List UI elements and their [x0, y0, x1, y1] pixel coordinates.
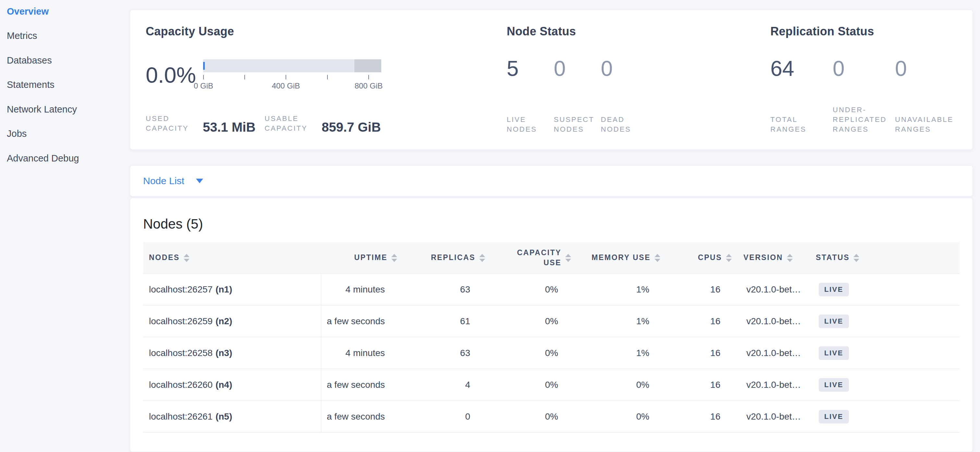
uptime-cell: a few seconds — [321, 305, 397, 337]
sidebar-item-databases[interactable]: Databases — [7, 56, 130, 65]
column-header-replicas[interactable]: REPLICAS — [397, 242, 485, 273]
replicas-cell: 63 — [397, 337, 485, 369]
cpus-cell: 16 — [660, 305, 732, 337]
capacity-bar — [203, 59, 381, 72]
node-address-cell: localhost:26258(n3) — [143, 337, 321, 369]
capacity-bar-chart: 0 GiB 400 GiB 800 GiB — [203, 59, 381, 90]
node-status-stats: 5 LIVE NODES 0 SUSPECT NODES 0 DEAD NODE… — [507, 58, 771, 134]
status-cell: LIVE — [808, 305, 959, 337]
status-cell: LIVE — [808, 401, 959, 432]
suspect-nodes-value: 0 — [554, 58, 601, 79]
table-row[interactable]: localhost:26257(n1) 4 minutes 63 0% 1% 1… — [143, 274, 959, 305]
capacity-use-cell: 0% — [485, 369, 571, 400]
sort-icon — [654, 254, 660, 262]
version-cell: v20.1.0-bet… — [732, 369, 808, 400]
cpus-cell: 16 — [660, 401, 732, 432]
memory-use-cell: 0% — [571, 401, 660, 432]
replicas-cell: 61 — [397, 305, 485, 337]
node-address-cell: localhost:26260(n4) — [143, 369, 321, 400]
table-row[interactable]: localhost:26258(n3) 4 minutes 63 0% 1% 1… — [143, 337, 959, 369]
column-header-memory-use[interactable]: MEMORY USE — [571, 242, 660, 273]
sidebar-item-advanced-debug[interactable]: Advanced Debug — [7, 153, 130, 163]
column-header-uptime[interactable]: UPTIME — [321, 242, 397, 273]
version-cell: v20.1.0-bet… — [732, 401, 808, 432]
replication-status-section: Replication Status 64 TOTAL RANGES 0 UND… — [770, 25, 957, 133]
node-address-cell: localhost:26259(n2) — [143, 305, 321, 337]
table-row[interactable]: localhost:26260(n4) a few seconds 4 0% 0… — [143, 369, 959, 401]
replicas-cell: 0 — [397, 401, 485, 432]
uptime-cell: 4 minutes — [321, 337, 397, 369]
replication-stats: 64 TOTAL RANGES 0 UNDER-REPLICATED RANGE… — [770, 58, 957, 134]
capacity-use-cell: 0% — [485, 401, 571, 432]
version-cell: v20.1.0-bet… — [732, 274, 808, 305]
capacity-use-cell: 0% — [485, 305, 571, 337]
column-header-nodes[interactable]: NODES — [143, 242, 321, 273]
replicas-cell: 4 — [397, 369, 485, 400]
capacity-usage-chart: 0.0% 0 GiB 400 GiB 800 GiB — [146, 58, 507, 92]
node-address-cell: localhost:26261(n5) — [143, 401, 321, 432]
used-capacity-label: USED CAPACITY — [146, 114, 194, 133]
sidebar-item-network-latency[interactable]: Network Latency — [7, 105, 130, 114]
under-replicated-value: 0 — [833, 58, 895, 79]
column-header-cpus[interactable]: CPUS — [660, 242, 732, 273]
uptime-cell: a few seconds — [321, 401, 397, 432]
sort-icon — [787, 254, 793, 262]
nodes-table-card: Nodes (5) NODES UPTIME REPLICAS — [130, 198, 973, 452]
memory-use-cell: 1% — [571, 274, 660, 305]
dead-nodes-stat: 0 DEAD NODES — [601, 58, 648, 134]
sidebar: Overview Metrics Databases Statements Ne… — [0, 0, 130, 452]
unavailable-ranges-stat: 0 UNAVAILABLE RANGES — [895, 58, 957, 134]
memory-use-cell: 1% — [571, 337, 660, 369]
capacity-axis-ticks — [203, 75, 381, 79]
status-cell: LIVE — [808, 274, 959, 305]
sort-icon — [853, 254, 859, 262]
capacity-axis-labels: 0 GiB 400 GiB 800 GiB — [203, 81, 381, 90]
under-replicated-label: UNDER-REPLICATED RANGES — [833, 105, 891, 134]
status-badge: LIVE — [819, 346, 849, 360]
total-ranges-label: TOTAL RANGES — [770, 115, 828, 134]
total-ranges-value: 64 — [770, 58, 833, 79]
uptime-cell: 4 minutes — [321, 274, 397, 305]
unavailable-ranges-value: 0 — [895, 58, 957, 79]
app-root: Overview Metrics Databases Statements Ne… — [0, 0, 980, 452]
suspect-nodes-label: SUSPECT NODES — [554, 115, 601, 134]
capacity-bar-reserved-segment — [354, 59, 381, 72]
capacity-usage-title: Capacity Usage — [146, 25, 507, 38]
capacity-use-cell: 0% — [485, 274, 571, 305]
node-list-dropdown-label: Node List — [143, 175, 184, 186]
main-content: Capacity Usage 0.0% 0 GiB 400 Gi — [130, 0, 980, 452]
status-badge: LIVE — [819, 314, 849, 328]
column-header-version[interactable]: VERSION — [732, 242, 808, 273]
uptime-cell: a few seconds — [321, 369, 397, 400]
sidebar-item-overview[interactable]: Overview — [7, 6, 130, 16]
sidebar-item-jobs[interactable]: Jobs — [7, 129, 130, 138]
status-badge: LIVE — [819, 283, 849, 297]
sort-icon — [184, 254, 189, 262]
sort-icon — [479, 254, 485, 262]
suspect-nodes-stat: 0 SUSPECT NODES — [554, 58, 601, 134]
memory-use-cell: 0% — [571, 369, 660, 400]
sidebar-item-metrics[interactable]: Metrics — [7, 31, 130, 41]
total-ranges-stat: 64 TOTAL RANGES — [770, 58, 833, 134]
capacity-stats: USED CAPACITY 53.1 MiB USABLE CAPACITY 8… — [146, 114, 507, 133]
axis-label-0: 0 GiB — [194, 81, 213, 90]
capacity-bar-used-marker — [203, 62, 205, 70]
status-cell: LIVE — [808, 337, 959, 369]
node-list-dropdown[interactable]: Node List — [143, 175, 203, 186]
column-header-status[interactable]: STATUS — [808, 242, 959, 273]
usable-capacity-value: 859.7 GiB — [321, 121, 381, 133]
version-cell: v20.1.0-bet… — [732, 305, 808, 337]
status-badge: LIVE — [819, 410, 849, 423]
live-nodes-label: LIVE NODES — [507, 115, 554, 134]
replication-status-title: Replication Status — [770, 25, 957, 38]
sort-icon — [726, 254, 732, 262]
column-header-capacity-use[interactable]: CAPACITY USE — [485, 242, 571, 273]
nodes-table-title: Nodes (5) — [143, 216, 959, 232]
table-row[interactable]: localhost:26259(n2) a few seconds 61 0% … — [143, 305, 959, 337]
status-cell: LIVE — [808, 369, 959, 400]
live-nodes-value: 5 — [507, 58, 554, 79]
table-row[interactable]: localhost:26261(n5) a few seconds 0 0% 0… — [143, 401, 959, 433]
chevron-down-icon — [196, 179, 203, 183]
capacity-usage-section: Capacity Usage 0.0% 0 GiB 400 Gi — [146, 25, 507, 133]
sidebar-item-statements[interactable]: Statements — [7, 80, 130, 89]
